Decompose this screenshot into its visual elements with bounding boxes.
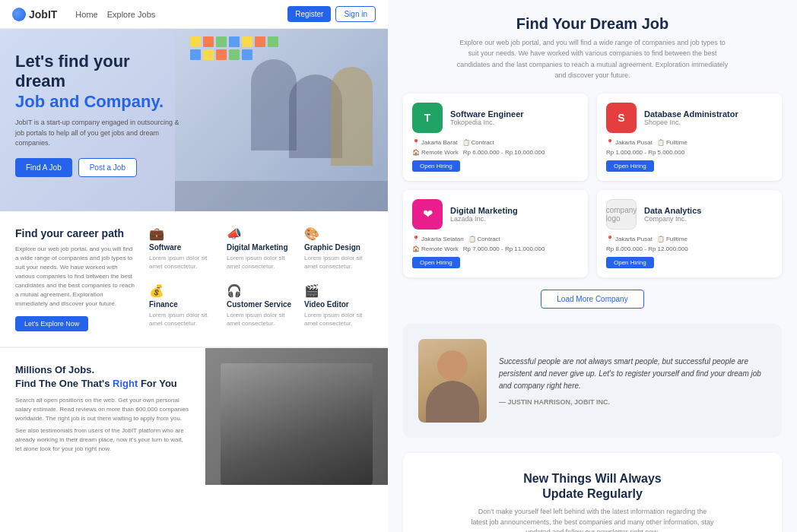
salary-range: Rp 8.000.000 - Rp 12.000.000 xyxy=(606,245,773,252)
explore-button[interactable]: Let's Explore Now xyxy=(15,316,88,331)
nav-explore-jobs[interactable]: Explore Jobs xyxy=(107,10,156,19)
job-meta-remote: 🏠 Remote Work Rp 6.000.000 - Rp 10.000.0… xyxy=(412,149,579,156)
remote-meta: 🏠 Remote Work xyxy=(412,149,459,156)
remote-icon: 🏠 xyxy=(412,149,420,156)
location-icon: 📍 xyxy=(412,236,420,242)
type-text: Fulltime xyxy=(666,139,687,146)
open-hiring-button[interactable]: Open Hiring xyxy=(412,257,460,268)
career-name: Digital Marketing xyxy=(227,243,295,252)
lazada-logo: ❤ xyxy=(412,199,443,230)
job-card-digital-marketing: ❤ Digital Marketing Lazada Inc. 📍 Jakart… xyxy=(403,190,588,277)
job-title: Digital Marketing xyxy=(450,206,579,215)
nav-buttons: Register Sign in xyxy=(287,6,376,22)
job-card-info: Database Administrator Shopee Inc. xyxy=(644,109,773,126)
career-title: Find your career path xyxy=(15,226,137,240)
career-desc: Lorem ipsum dolor sit amet consectetur. xyxy=(227,254,295,271)
salary-range: Rp 7.000.000 - Rp 11.000.000 xyxy=(463,245,545,252)
job-card-header: company logo Data Analytics Company Inc. xyxy=(606,199,773,230)
type-text: Contract xyxy=(472,139,494,146)
remote-meta: 🏠 Remote Work xyxy=(412,245,459,252)
hero-subtitle: JobIT is a start-up company engaged in o… xyxy=(15,118,183,149)
testimonial-quote: Successful people are not always smart p… xyxy=(499,356,767,392)
type-meta: 📋 Fulltime xyxy=(657,236,687,242)
newsletter-description: Don't make yourself feel left behind wit… xyxy=(471,507,714,532)
job-meta: 📍 Jakarta Pusat 📋 Fulltime xyxy=(606,236,773,242)
navbar: JobIT Home Explore Jobs Register Sign in xyxy=(0,0,388,29)
millions-image xyxy=(205,348,388,485)
job-cards-grid: T Software Engineer Tokopedia Inc. 📍 Jak… xyxy=(403,93,782,277)
load-more-container: Load More Company xyxy=(403,290,782,309)
software-icon: 💼 xyxy=(149,226,218,241)
job-meta: 📍 Jakarta Pusat 📋 Fulltime xyxy=(606,139,773,146)
job-card-database-admin: S Database Administrator Shopee Inc. 📍 J… xyxy=(597,93,782,181)
testimonial-content: Successful people are not always smart p… xyxy=(499,356,767,406)
location-icon: 📍 xyxy=(606,236,614,242)
career-desc: Lorem ipsum dolor sit amet consectetur. xyxy=(149,311,218,328)
type-text: Fulltime xyxy=(666,236,687,242)
briefcase-icon: 📋 xyxy=(462,139,470,146)
dream-job-header: Find Your Dream Job Explore our web job … xyxy=(403,15,782,81)
testimonial-author: — JUSTIN HARRISON, JOBIT INC. xyxy=(499,398,767,406)
location-icon: 📍 xyxy=(606,139,614,146)
hero-title-line2: Job and Company. xyxy=(15,92,164,111)
customer-service-icon: 🎧 xyxy=(227,283,295,298)
sticky-note xyxy=(203,36,214,47)
hero-title: Let's find your dream Job and Company. xyxy=(15,52,183,112)
location-meta: 📍 Jakarta Barat xyxy=(412,139,458,146)
hero-buttons: Find A Job Post a Job xyxy=(15,158,183,177)
person-silhouette-3 xyxy=(331,67,373,166)
career-desc: Lorem ipsum dolor sit amet consectetur. xyxy=(227,311,295,328)
nav-home[interactable]: Home xyxy=(75,10,97,19)
open-hiring-button[interactable]: Open Hiring xyxy=(606,257,654,268)
location-text: Jakarta Barat xyxy=(421,139,458,146)
marketing-icon: 📣 xyxy=(227,226,295,241)
shopee-logo: S xyxy=(606,103,637,133)
job-card-header: S Database Administrator Shopee Inc. xyxy=(606,103,773,133)
job-title: Database Administrator xyxy=(644,109,773,119)
desk-person-silhouette xyxy=(221,363,373,485)
newsletter-title: New Things Will Always Update Regularly xyxy=(421,471,764,503)
company-name: Shopee Inc. xyxy=(644,119,773,126)
career-item-video: 🎬 Video Editor Lorem ipsum dolor sit ame… xyxy=(304,283,373,331)
location-text: Jakarta Pusat xyxy=(615,139,653,146)
location-text: Jakarta Pusat xyxy=(615,236,653,242)
career-item-software: 💼 Software Lorem ipsum dolor sit amet co… xyxy=(149,226,218,274)
load-more-button[interactable]: Load More Company xyxy=(541,290,643,309)
remote-text: Remote Work xyxy=(421,149,459,156)
career-name: Customer Service xyxy=(227,300,295,309)
sticky-note xyxy=(190,49,201,60)
register-button[interactable]: Register xyxy=(287,6,331,22)
sticky-notes xyxy=(190,36,281,60)
testimonial-section: Successful people are not always smart p… xyxy=(403,324,782,438)
career-item-customer-service: 🎧 Customer Service Lorem ipsum dolor sit… xyxy=(227,283,295,331)
post-job-button[interactable]: Post a Job xyxy=(78,158,137,177)
type-meta: 📋 Contract xyxy=(468,236,500,242)
company-logo-placeholder: company logo xyxy=(606,199,637,230)
location-meta: 📍 Jakarta Pusat xyxy=(606,236,653,242)
left-panel: JobIT Home Explore Jobs Register Sign in xyxy=(0,0,388,532)
open-hiring-button[interactable]: Open Hiring xyxy=(606,160,654,172)
finance-icon: 💰 xyxy=(149,283,218,298)
career-item-design: 🎨 Graphic Design Lorem ipsum dolor sit a… xyxy=(304,226,373,274)
globe-icon xyxy=(12,8,26,21)
sticky-note xyxy=(190,36,201,47)
logo-text: JobIT xyxy=(29,8,57,21)
career-name: Video Editor xyxy=(304,300,373,309)
remote-icon: 🏠 xyxy=(412,245,420,252)
millions-title: Millions Of Jobs. Find The One That's Ri… xyxy=(15,363,190,391)
sticky-note xyxy=(255,36,265,47)
millions-section: Millions Of Jobs. Find The One That's Ri… xyxy=(0,347,388,485)
face-shape xyxy=(437,350,468,381)
location-meta: 📍 Jakarta Pusat xyxy=(606,139,653,146)
signin-button[interactable]: Sign in xyxy=(335,6,376,22)
find-job-button[interactable]: Find A Job xyxy=(15,158,72,177)
type-text: Contract xyxy=(478,236,500,242)
career-grid: 💼 Software Lorem ipsum dolor sit amet co… xyxy=(149,226,373,331)
sticky-note xyxy=(242,36,252,47)
location-text: Jakarta Selatan xyxy=(421,236,464,242)
open-hiring-button[interactable]: Open Hiring xyxy=(412,160,460,172)
job-card-info: Data Analytics Company Inc. xyxy=(644,206,773,223)
job-meta: 📍 Jakarta Barat 📋 Contract xyxy=(412,139,579,146)
job-card-info: Software Engineer Tokopedia Inc. xyxy=(450,109,579,126)
job-card-software-engineer: T Software Engineer Tokopedia Inc. 📍 Jak… xyxy=(403,93,588,181)
